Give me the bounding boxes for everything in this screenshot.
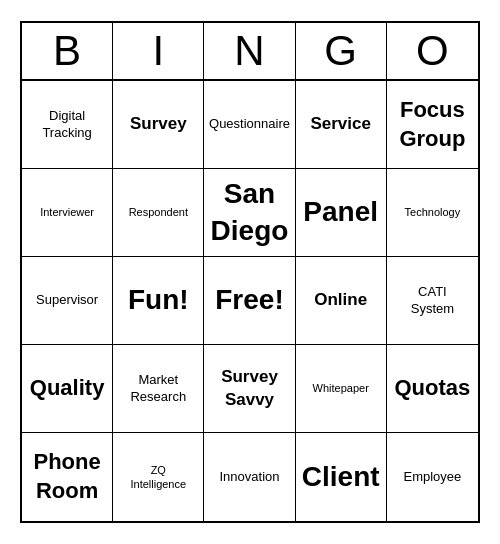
bingo-cell: Fun! <box>113 257 204 345</box>
cell-label: Phone Room <box>33 448 100 505</box>
cell-label: Quotas <box>394 374 470 403</box>
header-letter: G <box>296 23 387 79</box>
bingo-cell: ZQ Intelligence <box>113 433 204 521</box>
cell-label: Client <box>302 459 380 495</box>
bingo-cell: Interviewer <box>22 169 113 257</box>
cell-label: Survey Savvy <box>221 366 278 410</box>
bingo-cell: Survey Savvy <box>204 345 295 433</box>
cell-label: Market Research <box>130 372 186 406</box>
bingo-cell: Technology <box>387 169 478 257</box>
header-letter: O <box>387 23 478 79</box>
bingo-cell: Survey <box>113 81 204 169</box>
bingo-cell: Online <box>296 257 387 345</box>
cell-label: Supervisor <box>36 292 98 309</box>
cell-label: Service <box>310 113 371 135</box>
bingo-cell: Free! <box>204 257 295 345</box>
bingo-cell: Phone Room <box>22 433 113 521</box>
cell-label: Technology <box>405 205 461 219</box>
bingo-card: BINGO Digital TrackingSurveyQuestionnair… <box>20 21 480 523</box>
bingo-grid: Digital TrackingSurveyQuestionnaireServi… <box>22 81 478 521</box>
bingo-cell: Whitepaper <box>296 345 387 433</box>
header-letter: N <box>204 23 295 79</box>
bingo-cell: Focus Group <box>387 81 478 169</box>
cell-label: Panel <box>303 194 378 230</box>
bingo-cell: Panel <box>296 169 387 257</box>
cell-label: Interviewer <box>40 205 94 219</box>
bingo-cell: San Diego <box>204 169 295 257</box>
bingo-header: BINGO <box>22 23 478 81</box>
bingo-cell: Supervisor <box>22 257 113 345</box>
bingo-cell: Innovation <box>204 433 295 521</box>
bingo-cell: Market Research <box>113 345 204 433</box>
bingo-cell: CATI System <box>387 257 478 345</box>
cell-label: Questionnaire <box>209 116 290 133</box>
cell-label: Innovation <box>219 469 279 486</box>
cell-label: Quality <box>30 374 105 403</box>
bingo-cell: Employee <box>387 433 478 521</box>
cell-label: Whitepaper <box>313 381 369 395</box>
bingo-cell: Quality <box>22 345 113 433</box>
cell-label: ZQ Intelligence <box>130 463 186 492</box>
bingo-cell: Respondent <box>113 169 204 257</box>
header-letter: B <box>22 23 113 79</box>
cell-label: Focus Group <box>399 96 465 153</box>
bingo-cell: Digital Tracking <box>22 81 113 169</box>
bingo-cell: Quotas <box>387 345 478 433</box>
cell-label: Survey <box>130 113 187 135</box>
cell-label: Respondent <box>129 205 188 219</box>
cell-label: Online <box>314 289 367 311</box>
bingo-cell: Client <box>296 433 387 521</box>
header-letter: I <box>113 23 204 79</box>
cell-label: Free! <box>215 282 283 318</box>
bingo-cell: Service <box>296 81 387 169</box>
bingo-cell: Questionnaire <box>204 81 295 169</box>
cell-label: CATI System <box>411 284 454 318</box>
cell-label: Fun! <box>128 282 189 318</box>
cell-label: San Diego <box>211 176 289 249</box>
cell-label: Employee <box>403 469 461 486</box>
cell-label: Digital Tracking <box>42 108 91 142</box>
